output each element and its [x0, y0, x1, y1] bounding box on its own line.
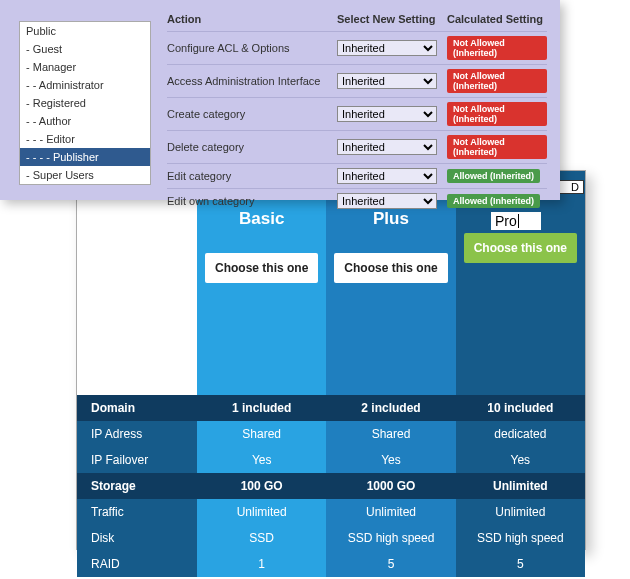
perm-setting-select[interactable]: Inherited [337, 193, 437, 209]
perm-calc-badge: Not Allowed (Inherited) [447, 69, 547, 93]
perm-calc-badge: Allowed (Inherited) [447, 169, 540, 183]
domain-basic-val: 1 [232, 401, 239, 415]
permission-row: Edit own categoryInheritedAllowed (Inher… [167, 188, 547, 213]
permission-row: Configure ACL & OptionsInheritedNot Allo… [167, 31, 547, 64]
usergroup-list: Public- Guest- Manager- - Administrator-… [19, 21, 151, 185]
perm-setting-select[interactable]: Inherited [337, 168, 437, 184]
row-disk-label: Disk [77, 525, 197, 551]
usergroup-item[interactable]: - Manager [20, 58, 150, 76]
permission-row: Access Administration InterfaceInherited… [167, 64, 547, 97]
perm-setting-select[interactable]: Inherited [337, 40, 437, 56]
storage-pro-val: Unlimited [493, 479, 548, 493]
usergroup-item[interactable]: - - - - Publisher [20, 148, 150, 166]
permission-row: Create categoryInheritedNot Allowed (Inh… [167, 97, 547, 130]
row-disk: Disk SSD SSD high speed SSD high speed [77, 525, 585, 551]
perm-calc-badge: Not Allowed (Inherited) [447, 135, 547, 159]
permissions-header: Action Select New Setting Calculated Set… [167, 13, 547, 25]
row-ip-label: IP Adress [77, 421, 197, 447]
section-domain: Domain 1 included 2 included 10 included [77, 395, 585, 421]
perm-action-label: Delete category [167, 141, 337, 153]
choose-pro-button[interactable]: Choose this one [464, 233, 577, 263]
permission-row: Delete categoryInheritedNot Allowed (Inh… [167, 130, 547, 163]
row-failover-label: IP Failover [77, 447, 197, 473]
perm-calc-badge: Allowed (Inherited) [447, 194, 540, 208]
usergroup-item[interactable]: - - Administrator [20, 76, 150, 94]
storage-basic-val: 100 [241, 479, 264, 493]
perm-setting-select[interactable]: Inherited [337, 106, 437, 122]
perm-action-label: Edit own category [167, 195, 337, 207]
permissions-overlay: Public- Guest- Manager- - Administrator-… [0, 0, 560, 200]
row-ip: IP Adress Shared Shared dedicated [77, 421, 585, 447]
pricing-table: Basic Choose this one Plus Choose this o… [77, 171, 585, 577]
choose-basic-button[interactable]: Choose this one [205, 253, 318, 283]
usergroup-item[interactable]: Public [20, 22, 150, 40]
row-traffic-label: Traffic [77, 499, 197, 525]
domain-plus-val: 2 [361, 401, 368, 415]
domain-pro-val: 10 [487, 401, 500, 415]
usergroup-item[interactable]: - Guest [20, 40, 150, 58]
perm-calc-badge: Not Allowed (Inherited) [447, 36, 547, 60]
perm-setting-select[interactable]: Inherited [337, 139, 437, 155]
usergroup-item[interactable]: - - - Editor [20, 130, 150, 148]
choose-plus-button[interactable]: Choose this one [334, 253, 447, 283]
permission-row: Edit categoryInheritedAllowed (Inherited… [167, 163, 547, 188]
row-raid: RAID 1 5 5 [77, 551, 585, 577]
section-storage-label: Storage [77, 473, 197, 499]
section-domain-label: Domain [77, 395, 197, 421]
section-storage: Storage 100 GO 1000 GO Unlimited [77, 473, 585, 499]
float-input-pro[interactable]: Pro [491, 212, 541, 230]
perm-action-label: Create category [167, 108, 337, 120]
perm-action-label: Configure ACL & Options [167, 42, 337, 54]
perm-calc-badge: Not Allowed (Inherited) [447, 102, 547, 126]
perm-header-setting: Select New Setting [337, 13, 447, 25]
perm-action-label: Access Administration Interface [167, 75, 337, 87]
row-traffic: Traffic Unlimited Unlimited Unlimited [77, 499, 585, 525]
row-failover: IP Failover Yes Yes Yes [77, 447, 585, 473]
perm-header-action: Action [167, 13, 337, 25]
usergroup-item[interactable]: - - Author [20, 112, 150, 130]
perm-header-calc: Calculated Setting [447, 13, 547, 25]
perm-setting-select[interactable]: Inherited [337, 73, 437, 89]
perm-action-label: Edit category [167, 170, 337, 182]
usergroup-item[interactable]: - Super Users [20, 166, 150, 184]
row-raid-label: RAID [77, 551, 197, 577]
usergroup-item[interactable]: - Registered [20, 94, 150, 112]
storage-plus-val: 1000 [367, 479, 397, 493]
